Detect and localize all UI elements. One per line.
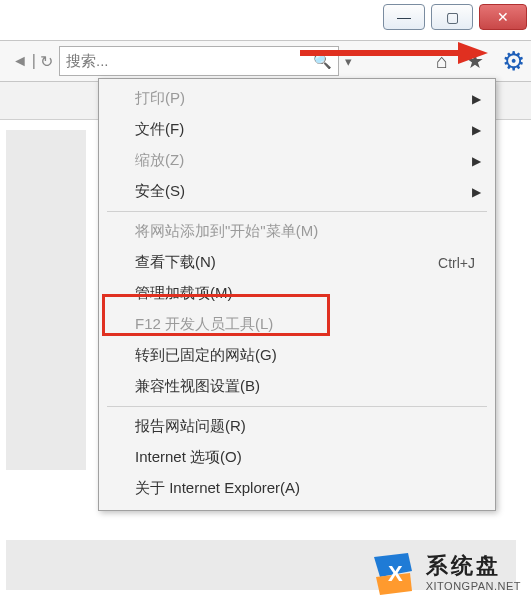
menu-item-label: 缩放(Z) [135,151,184,170]
menu-item-label: 兼容性视图设置(B) [135,377,260,396]
nav-controls: ◄ | ↻ [12,52,53,71]
submenu-arrow-icon: ▶ [472,185,481,199]
submenu-arrow-icon: ▶ [472,92,481,106]
menu-item-label: 报告网站问题(R) [135,417,246,436]
menu-item[interactable]: 报告网站问题(R) [101,411,493,442]
search-placeholder: 搜索... [66,52,109,71]
tools-menu: 打印(P)▶文件(F)▶缩放(Z)▶安全(S)▶将网站添加到"开始"菜单(M)查… [98,78,496,511]
menu-item: F12 开发人员工具(L) [101,309,493,340]
svg-text:X: X [388,561,403,586]
menu-item-label: 安全(S) [135,182,185,201]
maximize-button[interactable]: ▢ [431,4,473,30]
menu-item-label: 关于 Internet Explorer(A) [135,479,300,498]
menu-item-label: 打印(P) [135,89,185,108]
menu-item[interactable]: 文件(F)▶ [101,114,493,145]
watermark-title: 系统盘 [426,553,521,579]
menu-item[interactable]: Internet 选项(O) [101,442,493,473]
menu-item-label: Internet 选项(O) [135,448,242,467]
menu-item-label: F12 开发人员工具(L) [135,315,273,334]
submenu-arrow-icon: ▶ [472,154,481,168]
menu-item-label: 查看下载(N) [135,253,216,272]
minimize-button[interactable]: — [383,4,425,30]
toolbar: ◄ | ↻ 搜索... 🔍 ▾ ⌂ ★ ⚙ [0,40,531,82]
menu-item-label: 管理加载项(M) [135,284,233,303]
search-input[interactable]: 搜索... 🔍 [59,46,339,76]
content-sidebar [6,130,86,470]
menu-item: 缩放(Z)▶ [101,145,493,176]
watermark: X 系统盘 XITONGPAN.NET [366,547,521,599]
home-icon[interactable]: ⌂ [436,50,448,73]
watermark-logo-icon: X [366,547,418,599]
favorites-icon[interactable]: ★ [466,49,484,73]
search-icon[interactable]: 🔍 [313,52,332,70]
close-button[interactable]: ✕ [479,4,527,30]
menu-item: 将网站添加到"开始"菜单(M) [101,216,493,247]
menu-item-label: 转到已固定的网站(G) [135,346,277,365]
nav-sep: | [32,52,36,70]
search-dropdown-icon[interactable]: ▾ [345,54,352,69]
menu-item[interactable]: 查看下载(N)Ctrl+J [101,247,493,278]
menu-item[interactable]: 管理加载项(M) [101,278,493,309]
menu-separator [107,406,487,407]
menu-item-label: 文件(F) [135,120,184,139]
menu-item[interactable]: 转到已固定的网站(G) [101,340,493,371]
menu-separator [107,211,487,212]
menu-item[interactable]: 兼容性视图设置(B) [101,371,493,402]
watermark-url: XITONGPAN.NET [426,580,521,593]
menu-shortcut: Ctrl+J [438,255,475,271]
menu-item-label: 将网站添加到"开始"菜单(M) [135,222,318,241]
submenu-arrow-icon: ▶ [472,123,481,137]
gear-icon[interactable]: ⚙ [502,46,525,77]
menu-item[interactable]: 安全(S)▶ [101,176,493,207]
refresh-icon[interactable]: ↻ [40,52,53,71]
menu-item: 打印(P)▶ [101,83,493,114]
back-icon[interactable]: ◄ [12,52,28,70]
window-controls: — ▢ ✕ [383,4,527,30]
menu-item[interactable]: 关于 Internet Explorer(A) [101,473,493,504]
